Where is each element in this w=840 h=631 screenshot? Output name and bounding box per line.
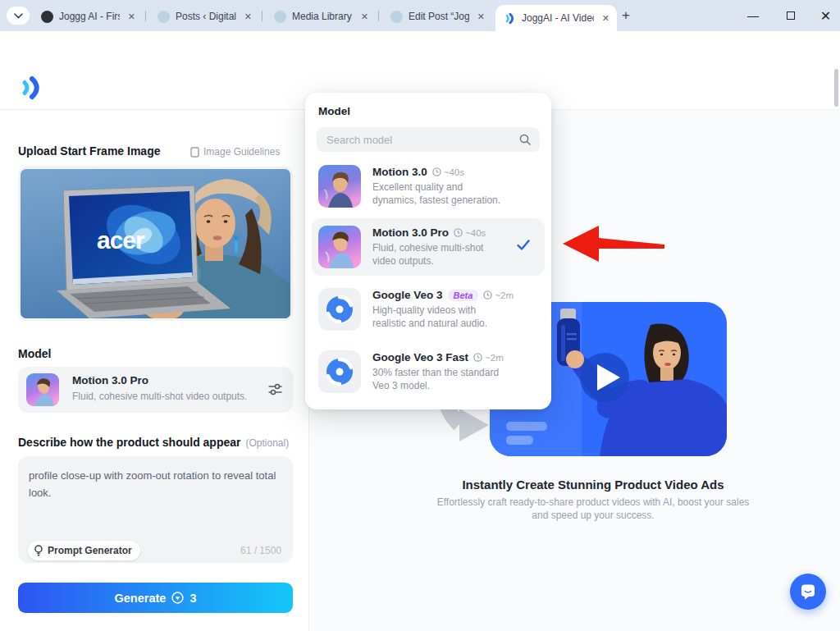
model-option-thumbnail (318, 350, 361, 393)
tab-title: JoggAI - AI Video (522, 12, 594, 24)
clock-icon (473, 353, 482, 362)
tab-title: Media Library ‹ Di (292, 11, 353, 22)
maximize-icon (787, 11, 795, 20)
page-scrollbar-thumb[interactable] (834, 69, 838, 107)
model-option-google-veo-3[interactable]: Google Veo 3 Beta ~2m High-quality video… (312, 281, 545, 338)
tab-media-library[interactable]: Media Library ‹ Di ✕ (266, 6, 376, 27)
selected-model-description: Fluid, cohesive multi-shot video outputs… (72, 391, 247, 402)
tab-close-icon[interactable]: ✕ (600, 13, 612, 24)
model-option-motion-30-pro[interactable]: Motion 3.0 Pro ~40s Fluid, cohesive mult… (312, 218, 545, 276)
model-option-time: ~2m (485, 353, 504, 363)
tab-close-icon[interactable]: ✕ (126, 11, 138, 22)
model-option-time: ~40s (444, 167, 464, 177)
char-counter: 61 / 1500 (240, 545, 281, 556)
model-option-description: 30% faster than the standard Veo 3 model… (372, 366, 509, 392)
acer-product-photo: acer (21, 169, 290, 318)
beta-badge: Beta (448, 290, 479, 301)
guidelines-doc-icon (190, 147, 199, 158)
tab-title: Edit Post “JoggAI (409, 11, 469, 22)
promo-title: Instantly Create Stunning Product Video … (347, 478, 839, 492)
model-option-description: Fluid, cohesive multi-shot video outputs… (372, 241, 509, 267)
optional-label: (Optional) (245, 437, 289, 449)
model-option-time: ~2m (495, 290, 514, 300)
new-tab-button[interactable]: + (614, 0, 638, 31)
tab-favicon (41, 11, 53, 23)
credit-cost-icon (171, 592, 184, 604)
tab-separator (145, 11, 146, 21)
generate-label: Generate (115, 592, 167, 605)
model-option-thumbnail (318, 165, 361, 208)
tab-title: Joggg AI - First D (59, 11, 120, 22)
tab-favicon (274, 11, 286, 23)
model-option-name: Google Veo 3 Fast (372, 351, 468, 364)
image-guidelines-link[interactable]: Image Guidelines (190, 146, 280, 158)
tab-edit-post[interactable]: Edit Post “JoggAI ✕ (382, 6, 492, 27)
chat-bubble-icon (799, 583, 817, 601)
tab-joggai-active[interactable]: JoggAI - AI Video ✕ (495, 5, 617, 31)
clock-icon (454, 228, 463, 237)
selected-model-name: Motion 3.0 Pro (72, 374, 148, 386)
promo-subtitle: Effortlessly craft ready-to-share produc… (429, 496, 757, 522)
model-option-name: Motion 3.0 Pro (372, 226, 449, 239)
upload-start-frame-label: Upload Start Frame Image (18, 144, 161, 158)
clock-icon (432, 167, 441, 176)
model-section-label: Model (18, 347, 51, 360)
model-option-thumbnail (318, 288, 361, 331)
close-window-button[interactable]: ✕ (811, 0, 840, 31)
tab-title: Posts ‹ Digital Ka (176, 11, 236, 22)
model-search[interactable] (317, 127, 540, 152)
tab-close-icon[interactable]: ✕ (242, 11, 254, 22)
joggai-logo (18, 75, 44, 101)
red-annotation-arrow (556, 222, 671, 267)
model-option-thumbnail (318, 226, 361, 268)
model-search-input[interactable] (317, 127, 540, 152)
start-frame-image-box[interactable]: acer (18, 167, 293, 321)
model-option-name: Google Veo 3 (372, 289, 443, 301)
model-option-motion-30[interactable]: Motion 3.0 ~40s Excellent quality and dy… (312, 158, 545, 215)
model-dropdown: Model Motion 3.0 ~40s (305, 93, 551, 409)
lightbulb-icon (34, 545, 43, 556)
model-option-name: Motion 3.0 (372, 166, 427, 178)
prompt-textarea[interactable]: profile close-up with zoom-out rotation … (18, 456, 293, 534)
model-settings-icon[interactable] (268, 383, 282, 396)
generate-button[interactable]: Generate 3 (18, 583, 293, 613)
tab-favicon (390, 11, 403, 23)
tab-posts-digital[interactable]: Posts ‹ Digital Ka ✕ (149, 6, 259, 27)
tab-favicon (158, 11, 170, 23)
browser-toolbar: ← → ↻ app.jogg.ai/product-video-shoot ☆ … (0, 31, 840, 64)
model-option-description: Excellent quality and dynamics, fastest … (372, 181, 509, 207)
acer-logo-text: acer (97, 226, 145, 254)
generate-cost: 3 (189, 592, 196, 605)
prompt-box: profile close-up with zoom-out rotation … (18, 456, 293, 563)
image-guidelines-label: Image Guidelines (203, 146, 280, 158)
model-option-time: ~40s (465, 228, 486, 238)
search-icon (519, 134, 531, 145)
selected-check-icon (517, 240, 530, 250)
tab-search-button[interactable] (7, 7, 30, 25)
minimize-button[interactable]: — (737, 0, 769, 31)
maximize-button[interactable] (774, 0, 807, 31)
prompt-generator-button[interactable]: Prompt Generator (28, 541, 140, 560)
start-frame-photo: acer (21, 169, 290, 318)
dropdown-title: Model (318, 105, 350, 117)
tab-separator (262, 11, 262, 21)
describe-label: Describe how the product should appear (18, 436, 240, 449)
prompt-generator-label: Prompt Generator (48, 545, 132, 556)
joggai-favicon (504, 12, 516, 25)
tab-close-icon[interactable]: ✕ (475, 11, 487, 22)
tab-joggg-ai-first[interactable]: Joggg AI - First D ✕ (33, 6, 143, 27)
selected-model-thumbnail (26, 373, 59, 406)
tab-separator (378, 11, 379, 21)
chevron-down-icon (14, 13, 23, 19)
tab-strip: Joggg AI - First D ✕ Posts ‹ Digital Ka … (0, 0, 840, 31)
chat-widget-button[interactable] (790, 574, 826, 610)
tab-close-icon[interactable]: ✕ (358, 11, 371, 22)
model-option-google-veo-3-fast[interactable]: Google Veo 3 Fast ~2m 30% faster than th… (312, 343, 545, 404)
clock-icon (483, 290, 492, 299)
selected-model-card[interactable]: Motion 3.0 Pro Fluid, cohesive multi-sho… (18, 367, 293, 413)
model-option-description: High-quality videos with realistic and n… (372, 304, 509, 330)
